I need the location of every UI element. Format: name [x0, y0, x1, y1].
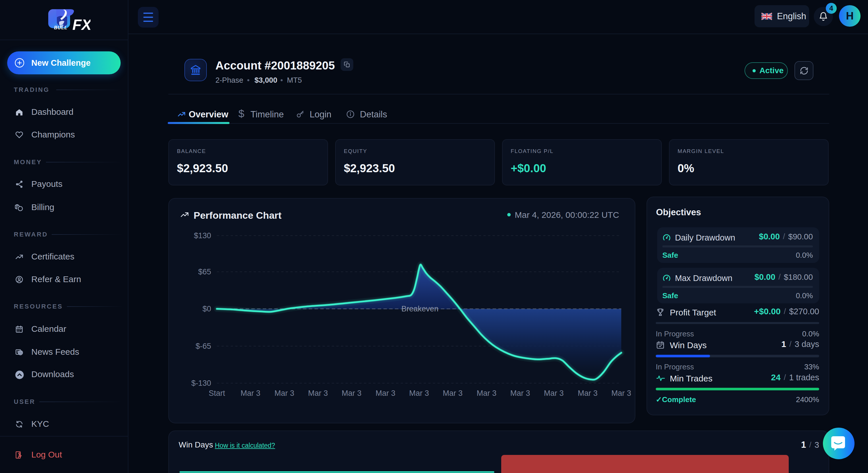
svg-text:Mar 3: Mar 3: [476, 389, 496, 398]
svg-text:FX: FX: [72, 16, 91, 31]
svg-text:Mar 3: Mar 3: [510, 389, 530, 398]
svg-text:$0: $0: [203, 305, 211, 313]
svg-text:Mar 3: Mar 3: [308, 389, 328, 398]
svg-text:Mar 3: Mar 3: [375, 389, 395, 398]
svg-text:$65: $65: [198, 268, 211, 276]
svg-text:$-130: $-130: [191, 379, 211, 387]
svg-text:Mar 3: Mar 3: [578, 389, 597, 398]
svg-text:Mar 3: Mar 3: [611, 389, 631, 398]
svg-text:Mar 3: Mar 3: [342, 389, 361, 398]
svg-text:$130: $130: [194, 231, 211, 240]
svg-text:Mar 3: Mar 3: [240, 389, 260, 398]
svg-text:Mar 3: Mar 3: [274, 389, 294, 398]
svg-text:Mar 3: Mar 3: [544, 389, 563, 398]
svg-text:Mar 3: Mar 3: [409, 389, 429, 398]
svg-text:Start: Start: [209, 389, 225, 398]
svg-text:Breakeven: Breakeven: [401, 305, 438, 313]
svg-text:$-65: $-65: [195, 342, 211, 350]
svg-text:BULL: BULL: [54, 25, 67, 30]
svg-text:Mar 3: Mar 3: [443, 389, 462, 398]
